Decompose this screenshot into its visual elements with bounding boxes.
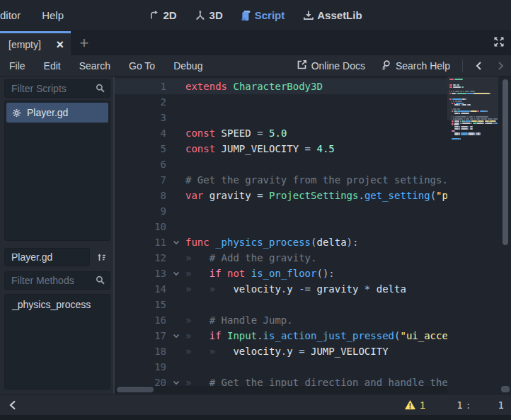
menu-editor[interactable]: Editor [0, 9, 21, 21]
token-txt: y [287, 283, 299, 295]
minimap-line-segment [454, 120, 459, 122]
fold-chevron-icon[interactable] [173, 380, 180, 385]
code-line[interactable]: 4const SPEED = 5.0 [115, 125, 447, 141]
code-line[interactable]: 13»if not is_on_floor(): [115, 266, 447, 281]
vertical-scrollbar-grabber[interactable] [503, 79, 508, 245]
code-line[interactable]: 19 [115, 359, 447, 375]
minimap-line-segment [461, 126, 468, 127]
code-line[interactable]: 12»# Add the gravity. [115, 250, 447, 266]
line-number[interactable]: 13 [115, 268, 166, 279]
menu-edit[interactable]: Edit [35, 55, 70, 76]
line-number[interactable]: 5 [115, 143, 166, 154]
menu-file[interactable]: File [0, 55, 35, 76]
line-number[interactable]: 12 [115, 252, 166, 263]
code-line[interactable]: 10 [115, 219, 447, 234]
code-line[interactable]: 7# Get the gravity from the project sett… [115, 172, 447, 188]
code-line[interactable]: 3 [115, 110, 447, 125]
distraction-free-button[interactable] [487, 31, 511, 55]
code-line[interactable]: 16»# Handle Jump. [115, 312, 447, 328]
line-number[interactable]: 18 [115, 346, 166, 357]
line-number[interactable]: 16 [115, 314, 166, 326]
workspace-2d-button[interactable]: 2D [149, 9, 176, 21]
code-editor[interactable]: 1extends CharacterBody3D234const SPEED =… [113, 76, 511, 394]
code-text: const SPEED = 5.0 [185, 127, 287, 139]
minimap-line-segment [483, 118, 487, 120]
code-line[interactable]: 6 [115, 157, 447, 172]
code-line[interactable]: 9 [115, 203, 447, 219]
toggle-scripts-panel-button[interactable] [8, 399, 16, 411]
fold-chevron-icon[interactable] [173, 240, 180, 245]
code-area[interactable]: 1extends CharacterBody3D234const SPEED =… [115, 76, 447, 394]
token-fn: _physics_process [215, 237, 311, 248]
workspace-assetlib-button[interactable]: AssetLib [303, 9, 362, 21]
horizontal-scrollbar-grabber[interactable] [117, 387, 154, 392]
filter-methods-box [4, 271, 110, 290]
workspace-2d-label: 2D [163, 9, 176, 21]
fold-gutter[interactable] [166, 271, 185, 276]
code-line[interactable]: 11func _physics_process(delta): [115, 234, 447, 250]
fold-gutter[interactable] [166, 240, 185, 245]
minimap-line-segment [465, 91, 469, 92]
menu-help[interactable]: Help [42, 9, 64, 21]
menu-debug[interactable]: Debug [164, 55, 212, 76]
workspace-script-button[interactable]: Script [241, 9, 285, 21]
tab-close-icon[interactable]: × [56, 38, 64, 51]
vertical-scrollbar[interactable] [501, 78, 510, 385]
code-line[interactable]: 8var gravity = ProjectSettings.get_setti… [115, 188, 447, 203]
menu-search[interactable]: Search [70, 55, 120, 76]
minimap-line-segment [471, 120, 476, 122]
sort-methods-button[interactable] [92, 248, 110, 266]
horizontal-scrollbar[interactable] [115, 386, 447, 393]
online-docs-button[interactable]: Online Docs [291, 59, 372, 72]
method-list-item[interactable]: _physics_process [5, 297, 110, 312]
line-number[interactable]: 1 [115, 81, 166, 92]
workspace-3d-button[interactable]: 3D [195, 9, 223, 21]
script-name-row [4, 248, 110, 266]
menu-goto[interactable]: Go To [120, 55, 164, 76]
line-number[interactable]: 11 [115, 237, 166, 248]
line-number[interactable]: 7 [115, 174, 166, 186]
code-line[interactable]: 2 [115, 94, 447, 110]
code-line[interactable]: 15 [115, 297, 447, 312]
new-tab-button[interactable]: + [71, 31, 98, 55]
minimap-line-segment [460, 138, 461, 140]
line-number[interactable]: 6 [115, 159, 166, 170]
minimap-line-segment [488, 118, 493, 120]
code-line[interactable]: 17»if Input.is_action_just_pressed("ui_a… [115, 328, 447, 344]
line-number[interactable]: 10 [115, 221, 166, 232]
line-number[interactable]: 15 [115, 299, 166, 310]
line-number[interactable]: 14 [115, 283, 166, 295]
minimap-line-segment [449, 91, 450, 92]
minimap-line-segment [453, 108, 457, 110]
line-number[interactable]: 19 [115, 361, 166, 373]
menubar-separator [462, 59, 463, 72]
script-name-field[interactable] [4, 248, 90, 266]
line-number[interactable]: 8 [115, 190, 166, 201]
token-txt: JUMP_VELOCITY [305, 346, 389, 357]
tab-empty-script[interactable]: [empty] × [0, 31, 71, 55]
code-line[interactable]: 5const JUMP_VELOCITY = 4.5 [115, 141, 447, 157]
warning-count-button[interactable]: 1 [404, 399, 425, 411]
token-kw: const [185, 143, 215, 154]
line-number[interactable]: 4 [115, 127, 166, 139]
line-number[interactable]: 3 [115, 112, 166, 123]
minimap-line-segment [480, 110, 486, 112]
fold-chevron-icon[interactable] [173, 271, 180, 276]
line-number[interactable]: 17 [115, 330, 166, 341]
tab-indent-marker: » [209, 346, 234, 357]
minimap[interactable] [447, 76, 498, 394]
history-forward-button[interactable] [491, 61, 511, 71]
minimap-line-segment [455, 91, 459, 92]
line-number[interactable]: 9 [115, 205, 166, 217]
history-back-button[interactable] [469, 61, 488, 71]
fold-gutter[interactable] [166, 380, 185, 385]
line-number[interactable]: 2 [115, 96, 166, 108]
code-line[interactable]: 14»»velocity.y -= gravity * delta [115, 281, 447, 297]
fold-gutter[interactable] [166, 334, 185, 339]
script-list-item[interactable]: Player.gd [6, 103, 108, 123]
token-sym: = [257, 127, 263, 139]
code-line[interactable]: 1extends CharacterBody3D [115, 79, 447, 94]
search-help-button[interactable]: Search Help [374, 59, 457, 72]
fold-chevron-icon[interactable] [173, 334, 180, 339]
code-line[interactable]: 18»»velocity.y = JUMP_VELOCITY [115, 344, 447, 359]
